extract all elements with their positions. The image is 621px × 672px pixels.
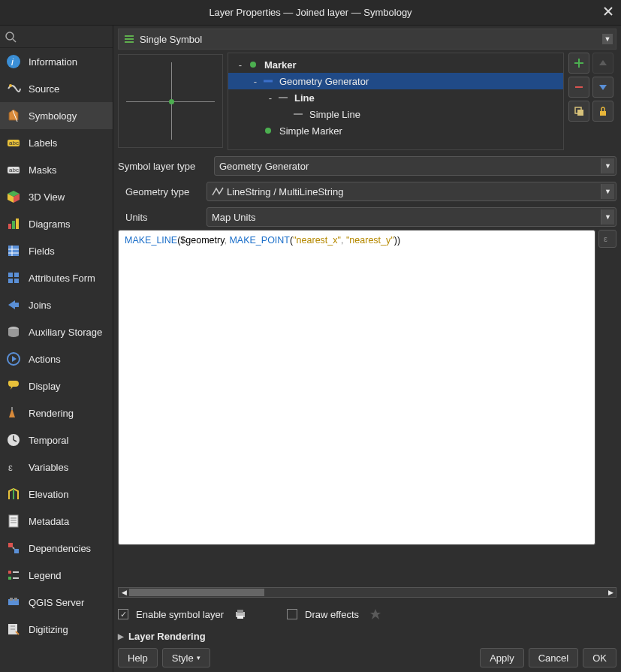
symbol-type-selector[interactable]: Single Symbol ▼ [118, 29, 616, 50]
remove-layer-button[interactable] [568, 77, 589, 98]
sidebar-item-labels[interactable]: abcLabels [0, 129, 113, 156]
tree-expander[interactable]: - [266, 92, 275, 104]
sidebar-item-3d-view[interactable]: 3D View [0, 183, 113, 210]
sidebar-item-information[interactable]: iInformation [0, 48, 113, 75]
information-icon: i [5, 53, 23, 71]
geometry-type-combo[interactable]: LineString / MultiLineString ▼ [206, 182, 616, 201]
sidebar-item-joins[interactable]: Joins [0, 291, 113, 318]
expr-token: ) [397, 235, 400, 246]
sidebar-item-rendering[interactable]: Rendering [0, 399, 113, 426]
enable-symbol-layer-checkbox[interactable] [118, 609, 128, 619]
symbol-tree[interactable]: -Marker-Geometry Generator-LineSimple Li… [228, 53, 564, 150]
sidebar-item-digitizing[interactable]: Digitizing [0, 616, 113, 643]
add-layer-button[interactable] [568, 53, 589, 74]
sidebar-item-variables[interactable]: εVariables [0, 454, 113, 481]
enable-symbol-layer-label: Enable symbol layer [136, 609, 224, 620]
masks-icon: abc [5, 161, 23, 179]
sidebar-item-diagrams[interactable]: Diagrams [0, 210, 113, 237]
sidebar-item-legend[interactable]: Legend [0, 562, 113, 589]
sidebar-item-fields[interactable]: Fields [0, 237, 113, 264]
expression-builder-button[interactable]: ε [598, 230, 616, 248]
help-button[interactable]: Help [118, 648, 158, 667]
svg-point-46 [250, 62, 256, 68]
move-up-button[interactable] [592, 53, 613, 74]
duplicate-layer-button[interactable] [568, 101, 589, 122]
svg-rect-41 [14, 598, 17, 601]
layer-rendering-header[interactable]: ▶ Layer Rendering [118, 631, 616, 642]
sidebar-item-elevation[interactable]: Elevation [0, 481, 113, 508]
symbol-layer-type-combo[interactable]: Geometry Generator ▼ [214, 156, 616, 176]
svg-rect-40 [10, 598, 13, 601]
svg-rect-56 [600, 111, 606, 116]
sidebar-item-label: Temporal [29, 435, 68, 446]
sidebar-item-label: Metadata [29, 516, 69, 527]
tree-item-marker[interactable]: -Marker [228, 56, 563, 73]
sidebar-item-source[interactable]: Source [0, 75, 113, 102]
window-title: Layer Properties — Joined layer — Symbol… [209, 7, 411, 18]
print-icon[interactable] [231, 605, 249, 623]
joins-icon [5, 296, 23, 314]
scroll-thumb[interactable] [129, 589, 264, 596]
close-icon[interactable] [603, 6, 613, 17]
chevron-down-icon: ▼ [601, 209, 614, 225]
sidebar-item-label: Dependencies [29, 543, 91, 554]
scroll-right-icon[interactable]: ▶ [605, 588, 616, 597]
sidebar-item-attributes-form[interactable]: Attributes Form [0, 264, 113, 291]
sidebar-item-metadata[interactable]: Metadata [0, 508, 113, 535]
fields-icon [5, 242, 23, 260]
cancel-button[interactable]: Cancel [529, 648, 578, 667]
source-icon [5, 80, 23, 98]
sidebar-item-label: Joins [29, 300, 51, 311]
tree-item-geometry-generator[interactable]: -Geometry Generator [228, 73, 563, 89]
rendering-icon [5, 404, 23, 422]
sidebar-item-dependencies[interactable]: Dependencies [0, 535, 113, 562]
lock-layer-button[interactable] [592, 101, 613, 122]
svg-rect-32 [8, 543, 13, 547]
apply-button[interactable]: Apply [480, 648, 524, 667]
sidebar-item-label: Symbology [29, 110, 77, 122]
tree-item-line[interactable]: -Line [228, 89, 563, 106]
sidebar-item-symbology[interactable]: Symbology [0, 102, 113, 129]
sidebar-item-label: Elevation [29, 489, 68, 500]
symbol-preview [118, 54, 223, 148]
tree-item-simple-line[interactable]: Simple Line [228, 106, 563, 122]
linestring-icon [212, 186, 224, 197]
draw-effects-checkbox[interactable] [287, 609, 297, 619]
style-button[interactable]: Style ▾ [162, 648, 210, 667]
apply-button-label: Apply [490, 652, 514, 664]
sidebar-item-masks[interactable]: abcMasks [0, 156, 113, 183]
labels-icon: abc [5, 134, 23, 152]
sidebar-item-actions[interactable]: Actions [0, 345, 113, 372]
content-panel: Single Symbol ▼ -Marker-Geometry Generat… [113, 26, 621, 672]
sidebar-item-label: Auxiliary Storage [29, 327, 102, 338]
sidebar-item-auxiliary-storage[interactable]: Auxiliary Storage [0, 318, 113, 345]
ok-button[interactable]: OK [583, 648, 616, 667]
line-blue-icon [263, 76, 273, 86]
dialog-button-row: Help Style ▾ Apply Cancel OK [118, 648, 616, 667]
tree-item-simple-marker[interactable]: Simple Marker [228, 122, 563, 139]
symbol-layer-type-value: Geometry Generator [219, 161, 309, 172]
search-row [0, 26, 113, 48]
tree-expander[interactable]: - [251, 76, 260, 87]
expression-editor[interactable]: MAKE_LINE($geometry, MAKE_POINT("nearest… [118, 230, 595, 545]
effects-star-icon[interactable] [366, 605, 384, 623]
svg-point-0 [6, 32, 14, 40]
sidebar-item-temporal[interactable]: Temporal [0, 426, 113, 454]
scroll-left-icon[interactable]: ◀ [119, 588, 129, 597]
search-icon [5, 31, 17, 43]
legend-icon [5, 566, 23, 584]
sidebar-item-label: Display [29, 381, 61, 392]
move-down-button[interactable] [592, 77, 613, 98]
sidebar-item-label: Legend [29, 570, 61, 581]
units-label: Units [125, 212, 200, 223]
tree-expander[interactable]: - [236, 59, 245, 71]
svg-rect-60 [237, 616, 243, 619]
attributes-form-icon [5, 269, 23, 287]
horizontal-scrollbar[interactable]: ◀ ▶ [118, 587, 616, 598]
svg-rect-9 [8, 224, 11, 229]
sidebar-item-label: Fields [29, 246, 55, 257]
svg-point-2 [7, 55, 20, 68]
sidebar-item-qgis-server[interactable]: QGIS Server [0, 589, 113, 616]
sidebar-item-display[interactable]: Display [0, 372, 113, 399]
units-combo[interactable]: Map Units ▼ [206, 207, 616, 227]
